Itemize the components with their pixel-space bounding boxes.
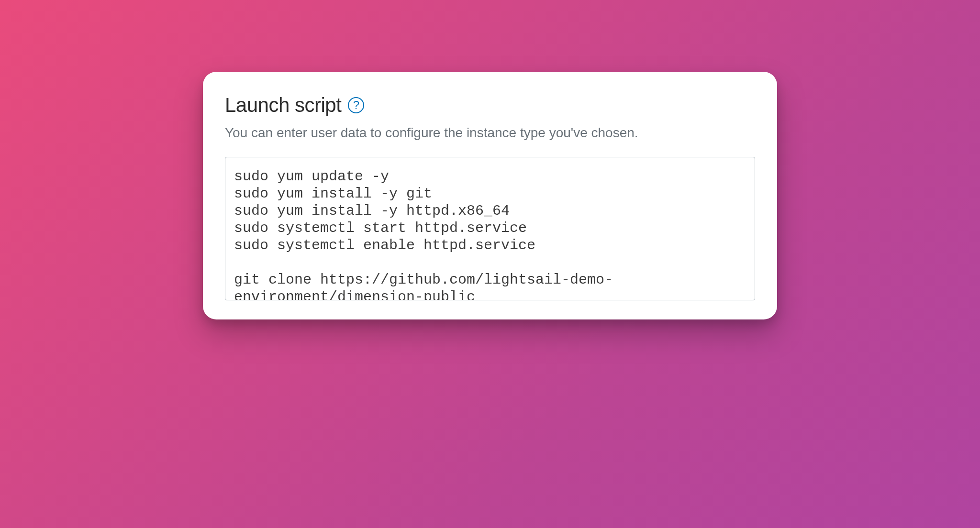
card-header: Launch script ? <box>225 94 755 117</box>
launch-script-card: Launch script ? You can enter user data … <box>203 72 777 319</box>
help-icon[interactable]: ? <box>348 97 364 113</box>
launch-script-input[interactable] <box>225 157 755 300</box>
card-description: You can enter user data to configure the… <box>225 125 755 141</box>
card-title: Launch script <box>225 94 341 117</box>
